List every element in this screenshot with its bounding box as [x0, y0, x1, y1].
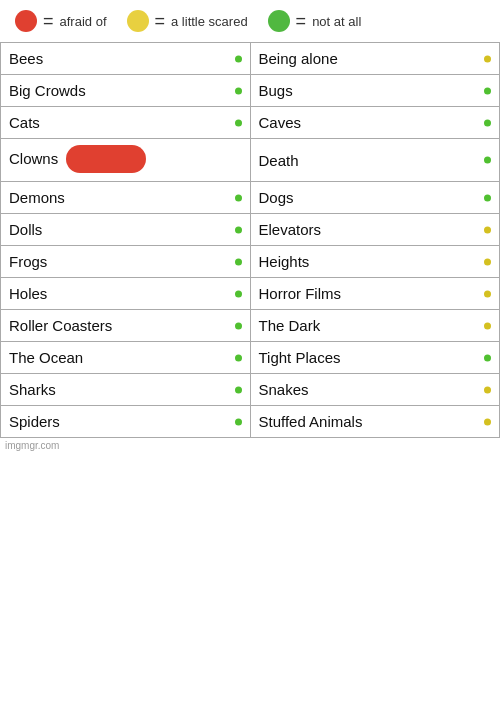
legend-not-at-all-label: not at all: [312, 14, 361, 29]
cell-left-4: Demons: [1, 182, 251, 214]
dot-right-9: [484, 354, 491, 361]
legend-little-scared-label: a little scared: [171, 14, 248, 29]
cell-left-6: Frogs: [1, 246, 251, 278]
table-row: The OceanTight Places: [1, 342, 500, 374]
legend-not-at-all: = not at all: [268, 10, 362, 32]
table-row: DemonsDogs: [1, 182, 500, 214]
dot-left-0: [235, 55, 242, 62]
cell-left-10: Sharks: [1, 374, 251, 406]
table-row: FrogsHeights: [1, 246, 500, 278]
dot-left-10: [235, 386, 242, 393]
circle-green-icon: [268, 10, 290, 32]
dot-right-8: [484, 322, 491, 329]
cell-left-11: Spiders: [1, 406, 251, 438]
cell-right-3: Death: [250, 139, 500, 182]
cell-right-1: Bugs: [250, 75, 500, 107]
circle-red-icon: [15, 10, 37, 32]
clowns-label: Clowns: [9, 150, 58, 167]
red-blob-icon: [66, 145, 146, 173]
circle-yellow-icon: [127, 10, 149, 32]
dot-left-7: [235, 290, 242, 297]
dot-left-6: [235, 258, 242, 265]
dot-left-8: [235, 322, 242, 329]
dot-right-7: [484, 290, 491, 297]
dot-left-2: [235, 119, 242, 126]
table-row: Big CrowdsBugs: [1, 75, 500, 107]
cell-right-4: Dogs: [250, 182, 500, 214]
legend-little-scared: = a little scared: [127, 10, 248, 32]
dot-right-10: [484, 386, 491, 393]
footer-label: imgmgr.com: [0, 438, 500, 453]
dot-right-5: [484, 226, 491, 233]
cell-left-9: The Ocean: [1, 342, 251, 374]
cell-right-2: Caves: [250, 107, 500, 139]
table-row: SpidersStuffed Animals: [1, 406, 500, 438]
legend: = afraid of = a little scared = not at a…: [0, 0, 500, 42]
dot-right-0: [484, 55, 491, 62]
cell-left-8: Roller Coasters: [1, 310, 251, 342]
table-row: CatsCaves: [1, 107, 500, 139]
cell-left-5: Dolls: [1, 214, 251, 246]
dot-left-4: [235, 194, 242, 201]
cell-right-11: Stuffed Animals: [250, 406, 500, 438]
cell-right-5: Elevators: [250, 214, 500, 246]
cell-right-0: Being alone: [250, 43, 500, 75]
dot-right-6: [484, 258, 491, 265]
cell-left-1: Big Crowds: [1, 75, 251, 107]
table-row: ClownsDeath: [1, 139, 500, 182]
dot-right-4: [484, 194, 491, 201]
dot-right-1: [484, 87, 491, 94]
cell-right-10: Snakes: [250, 374, 500, 406]
equals-sign-3: =: [296, 11, 307, 32]
dot-left-5: [235, 226, 242, 233]
cell-right-9: Tight Places: [250, 342, 500, 374]
table-row: DollsElevators: [1, 214, 500, 246]
table-row: HolesHorror Films: [1, 278, 500, 310]
legend-afraid: = afraid of: [15, 10, 107, 32]
cell-left-7: Holes: [1, 278, 251, 310]
table-row: SharksSnakes: [1, 374, 500, 406]
cell-left-3: Clowns: [1, 139, 251, 182]
dot-right-3: [484, 157, 491, 164]
dot-left-9: [235, 354, 242, 361]
legend-afraid-label: afraid of: [60, 14, 107, 29]
cell-right-7: Horror Films: [250, 278, 500, 310]
cell-right-6: Heights: [250, 246, 500, 278]
table-row: BeesBeing alone: [1, 43, 500, 75]
dot-right-11: [484, 418, 491, 425]
equals-sign-2: =: [155, 11, 166, 32]
dot-left-11: [235, 418, 242, 425]
equals-sign: =: [43, 11, 54, 32]
cell-left-0: Bees: [1, 43, 251, 75]
cell-right-8: The Dark: [250, 310, 500, 342]
table-row: Roller CoastersThe Dark: [1, 310, 500, 342]
dot-right-2: [484, 119, 491, 126]
dot-left-1: [235, 87, 242, 94]
cell-left-2: Cats: [1, 107, 251, 139]
fears-table: BeesBeing aloneBig CrowdsBugsCatsCavesCl…: [0, 42, 500, 438]
